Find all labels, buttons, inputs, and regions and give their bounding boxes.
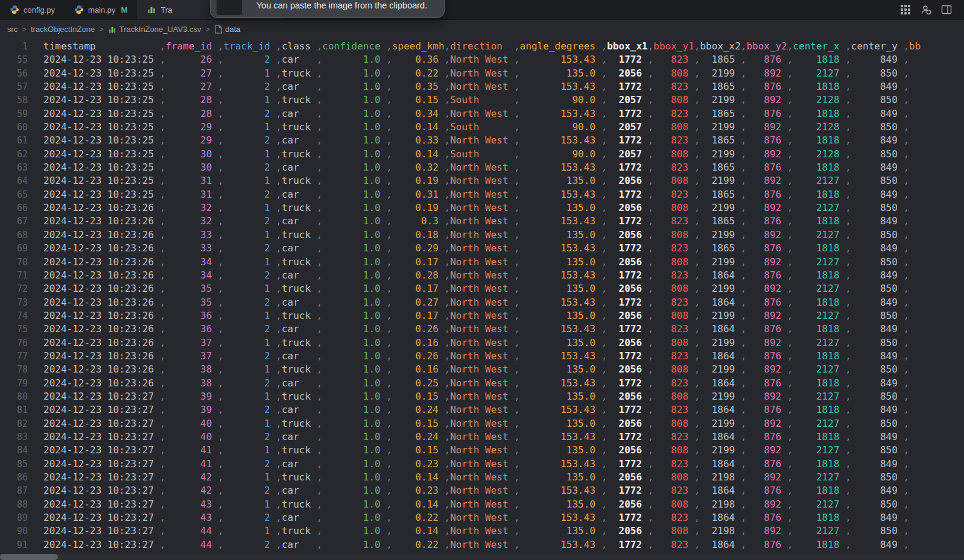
csv-cell-bbox_x2: 1864: [700, 484, 740, 497]
csv-cell-bbox_y1: 823: [653, 296, 694, 309]
csv-cell-center_y: 849: [851, 53, 904, 66]
line-number: 67: [0, 215, 28, 228]
csv-cell-bbox_x1: 2056: [607, 309, 647, 322]
csv-delimiter: ,: [514, 417, 520, 430]
csv-cell-center_y: 849: [851, 377, 904, 390]
csv-delimiter: ,: [903, 458, 909, 471]
csv-delimiter: ,: [514, 40, 520, 53]
csv-delimiter: ,: [601, 148, 607, 161]
csv-cell-speed_kmh: 0.23: [392, 458, 445, 471]
csv-cell-bbox_x1: 2056: [607, 201, 647, 215]
breadcrumb-item-data[interactable]: data: [214, 25, 240, 34]
csv-delimiter: ,: [648, 458, 654, 471]
csv-delimiter: ,: [386, 256, 392, 269]
csv-delimiter: ,: [386, 93, 392, 107]
horizontal-scrollbar[interactable]: [0, 554, 964, 560]
csv-delimiter: ,: [514, 228, 520, 242]
csv-delimiter: ,: [386, 282, 392, 295]
csv-delimiter: ,: [903, 444, 909, 457]
csv-delimiter: ,: [903, 417, 909, 430]
breadcrumb-item-csv-file[interactable]: TrackInZone_UAV3.csv: [108, 25, 201, 34]
csv-cell-bbox_x2: 2199: [700, 256, 740, 269]
csv-delimiter: ,: [787, 417, 793, 430]
table-grid-icon[interactable]: [898, 2, 913, 17]
csv-delimiter: ,: [160, 174, 166, 187]
csv-cell-bbox_x2: 2199: [700, 336, 740, 350]
csv-cell-class: car: [282, 538, 317, 552]
csv-cell-bbox_y1: 823: [653, 484, 694, 497]
csv-delimiter: ,: [845, 53, 851, 66]
csv-delimiter: ,: [648, 538, 654, 552]
layout-panels-icon[interactable]: [939, 2, 954, 17]
csv-delimiter: ,: [648, 377, 654, 390]
csv-delimiter: ,: [218, 498, 224, 511]
csv-cell-bbox_y2: 892: [746, 67, 787, 80]
csv-delimiter: ,: [903, 93, 909, 107]
csv-delimiter: ,: [787, 471, 793, 484]
csv-cell-bbox_x2: 2199: [700, 93, 740, 107]
csv-cell-class: truck: [282, 148, 317, 161]
csv-cell-confidence: 1.0: [322, 350, 386, 363]
csv-cell-class: car: [282, 322, 317, 336]
csv-cell-center_y: 850: [851, 256, 904, 269]
csv-delimiter: ,: [601, 403, 607, 417]
tab-config-py[interactable]: config.py: [0, 0, 65, 19]
csv-cell-frame_id: 32: [165, 201, 218, 215]
csv-delimiter: ,: [787, 430, 793, 444]
csv-delimiter: ,: [741, 377, 747, 390]
line-number: 71: [0, 269, 28, 282]
csv-cell-angle_degrees: 153.43: [520, 80, 601, 93]
csv-cell-speed_kmh: 0.16: [392, 336, 445, 350]
csv-delimiter: ,: [903, 228, 909, 242]
csv-cell-class: car: [282, 350, 317, 363]
line-number: 61: [0, 134, 28, 147]
csv-cell-class: truck: [282, 282, 317, 295]
csv-delimiter: ,: [276, 417, 282, 430]
editor-content[interactable]: 1timestamp,frame_id,track_id,class,confi…: [0, 39, 964, 560]
csv-cell-bbox_x1: 1772: [607, 161, 647, 174]
csv-cell-center_x: 2127: [793, 444, 845, 457]
csv-cell-direction: North West: [450, 390, 514, 403]
csv-cell-angle_degrees: 135.0: [520, 363, 601, 376]
csv-delimiter: ,: [694, 282, 700, 295]
user-account-icon[interactable]: [918, 2, 934, 17]
csv-data-line: 582024-12-23 10:23:25,28,1,truck,1.0,0.1…: [0, 93, 964, 107]
csv-delimiter: ,: [514, 471, 520, 484]
csv-cell-center_y: 850: [851, 444, 904, 457]
csv-delimiter: ,: [787, 390, 793, 403]
csv-cell-speed_kmh: 0.14: [392, 524, 445, 538]
csv-cell-timestamp: 2024-12-23 10:23:26: [43, 377, 160, 390]
csv-cell-class: car: [282, 377, 317, 390]
csv-cell-bbox_y2: 892: [746, 309, 787, 322]
csv-delimiter: ,: [218, 201, 224, 215]
csv-delimiter: ,: [903, 350, 909, 363]
csv-delimiter: ,: [601, 511, 607, 524]
tab-label: config.py: [24, 5, 55, 14]
csv-cell-center_x: 1818: [793, 53, 845, 66]
csv-delimiter: ,: [276, 215, 282, 228]
csv-delimiter: ,: [845, 377, 851, 390]
horizontal-scrollbar-thumb[interactable]: [0, 554, 58, 560]
csv-delimiter: ,: [903, 201, 909, 215]
csv-delimiter: ,: [386, 458, 392, 471]
csv-cell-timestamp: 2024-12-23 10:23:27: [43, 471, 160, 484]
csv-cell-confidence: 1.0: [322, 134, 386, 147]
csv-cell-timestamp: 2024-12-23 10:23:25: [43, 161, 160, 174]
csv-data-line: 672024-12-23 10:23:26,32,2,car,1.0,0.3,N…: [0, 215, 964, 228]
csv-delimiter: ,: [218, 121, 224, 134]
csv-delimiter: ,: [218, 228, 224, 242]
breadcrumb-item-src[interactable]: src: [7, 25, 17, 34]
csv-cell-track_id: 1: [224, 444, 276, 457]
csv-cell-bbox_y1: 808: [653, 336, 694, 350]
csv-cell-frame_id: 40: [165, 417, 218, 430]
breadcrumb-item-trackobjectinzone[interactable]: trackObjectInZone: [31, 25, 95, 34]
csv-delimiter: ,: [648, 174, 654, 187]
line-number: 58: [0, 93, 28, 107]
csv-cell-bbox_x1: 2057: [607, 93, 647, 107]
csv-chart-icon: [147, 5, 156, 14]
csv-cell-track_id: 1: [224, 390, 276, 403]
csv-delimiter: ,: [160, 417, 166, 430]
csv-delimiter: ,: [903, 188, 909, 201]
csv-delimiter: ,: [218, 282, 224, 295]
tab-main-py[interactable]: main.py M: [65, 0, 137, 19]
